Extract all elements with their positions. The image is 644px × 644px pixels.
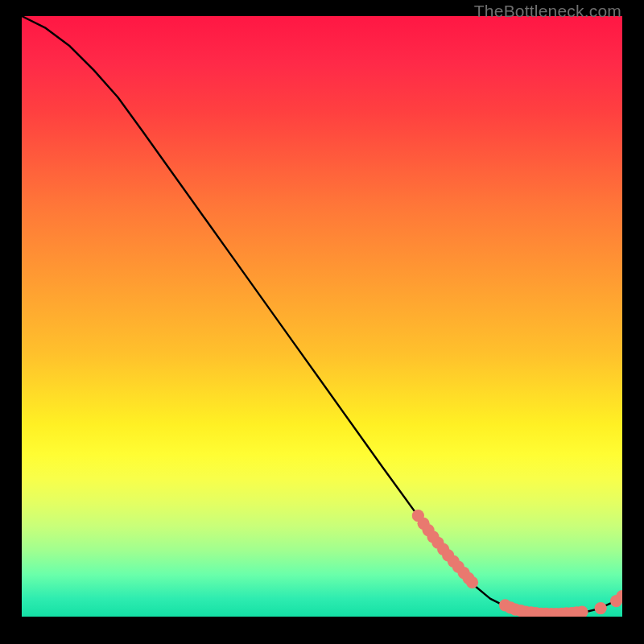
plot-area — [22, 16, 622, 617]
watermark-text: TheBottleneck.com — [474, 2, 621, 21]
chart-container: TheBottleneck.com — [0, 0, 644, 644]
